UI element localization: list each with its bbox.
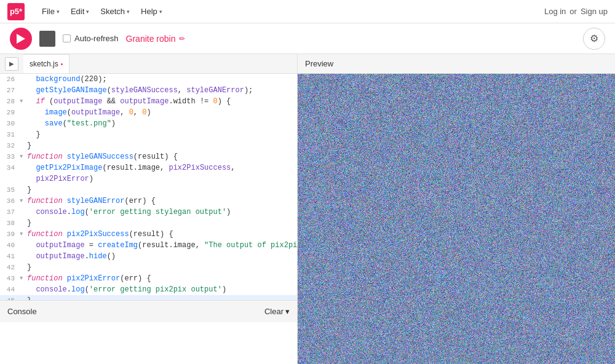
table-row: 29 image(outputImage, 0, 0) (0, 107, 297, 118)
auto-refresh-checkbox[interactable] (63, 34, 71, 42)
table-row: 33 ▼ function styleGANSuccess(result) { (0, 151, 297, 162)
table-row: 27 getStyleGANImage(styleGANSuccess, sty… (0, 85, 297, 96)
signup-link[interactable]: Sign up (581, 7, 608, 16)
left-panel: ▶ sketch.js • 26 background(220); 27 (0, 54, 298, 364)
gear-icon: ⚙ (590, 33, 598, 44)
top-navigation: p5* File ▾ Edit ▾ Sketch ▾ Help ▾ Log in… (0, 0, 615, 23)
sketch-filename: sketch.js (30, 60, 58, 68)
file-tab-bar: ▶ sketch.js • (0, 54, 297, 74)
preview-output (298, 74, 615, 364)
right-panel: Preview (298, 54, 615, 364)
nav-right: Log in or Sign up (544, 7, 608, 16)
table-row: 26 background(220); (0, 74, 297, 85)
stop-button[interactable] (39, 31, 55, 47)
console-label: Console (7, 307, 37, 316)
table-row: 42 } (0, 262, 297, 273)
edit-chevron-icon: ▾ (86, 9, 89, 15)
table-row: 31 } (0, 129, 297, 140)
table-row: pix2PixError) (0, 173, 297, 184)
table-row: 30 save("test.png") (0, 118, 297, 129)
code-lines: 26 background(220); 27 getStyleGANImage(… (0, 74, 297, 300)
table-row: 28 ▼ if (outputImage && outputImage.widt… (0, 96, 297, 107)
toolbar: Auto-refresh Granite robin ✏ ⚙ (0, 23, 615, 54)
p5-logo: p5* (7, 3, 25, 20)
preview-canvas (298, 74, 615, 364)
table-row: 35 } (0, 184, 297, 196)
console-output (0, 322, 297, 364)
collapse-sidebar-button[interactable]: ▶ (5, 57, 18, 71)
main-area: ▶ sketch.js • 26 background(220); 27 (0, 54, 615, 364)
auto-refresh-text: Auto-refresh (74, 34, 119, 43)
sketch-chevron-icon: ▾ (127, 9, 130, 15)
edit-menu-item[interactable]: Edit ▾ (66, 4, 94, 18)
edit-pencil-icon: ✏ (179, 34, 185, 43)
console-bar: Console Clear ▾ (0, 300, 297, 322)
table-row: 37 console.log('error getting stylegan o… (0, 207, 297, 218)
clear-chevron-icon: ▾ (285, 307, 290, 316)
table-row: 44 console.log('error getting pix2pix ou… (0, 284, 297, 295)
nav-menu: File ▾ Edit ▾ Sketch ▾ Help ▾ (37, 4, 167, 18)
file-chevron-icon: ▾ (57, 9, 60, 15)
table-row: 34 getPix2PixImage(result.image, pix2Pix… (0, 162, 297, 173)
table-row: 40 outputImage = createImg(result.image,… (0, 240, 297, 251)
table-row: 39 ▼ function pix2PixSuccess(result) { (0, 229, 297, 240)
settings-button[interactable]: ⚙ (583, 28, 605, 50)
table-row: 38 } (0, 218, 297, 229)
play-button[interactable] (10, 28, 32, 50)
clear-button[interactable]: Clear ▾ (264, 307, 290, 316)
table-row: 32 } (0, 140, 297, 151)
sketch-menu-item[interactable]: Sketch ▾ (95, 4, 135, 18)
login-link[interactable]: Log in (544, 7, 566, 16)
sketch-name[interactable]: Granite robin ✏ (126, 34, 186, 44)
table-row: 41 outputImage.hide() (0, 251, 297, 262)
preview-header: Preview (298, 54, 615, 74)
help-menu-item[interactable]: Help ▾ (136, 4, 167, 18)
auto-refresh-label[interactable]: Auto-refresh (63, 34, 119, 43)
play-icon (17, 34, 25, 44)
sketch-file-tab[interactable]: sketch.js • (23, 54, 69, 73)
code-editor[interactable]: 26 background(220); 27 getStyleGANImage(… (0, 74, 297, 300)
help-chevron-icon: ▾ (159, 9, 162, 15)
modified-indicator: • (61, 61, 63, 68)
table-row: 43 ▼ function pix2PixError(err) { (0, 273, 297, 284)
file-menu-item[interactable]: File ▾ (37, 4, 65, 18)
table-row: 36 ▼ function styleGANError(err) { (0, 196, 297, 207)
table-row: 45 } (0, 295, 297, 300)
